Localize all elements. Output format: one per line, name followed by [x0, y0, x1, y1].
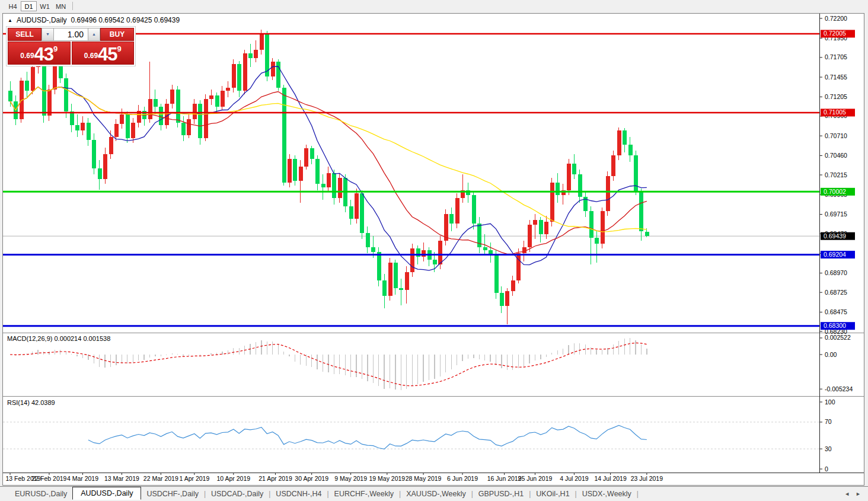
macd-histogram [10, 338, 647, 390]
chart-symbol-row: ▲ AUDUSD-,Daily 0.69496 0.69542 0.69425 … [8, 16, 180, 24]
svg-text:0.68725: 0.68725 [825, 289, 847, 296]
svg-text:0.00: 0.00 [825, 351, 837, 358]
svg-text:0.70215: 0.70215 [825, 171, 847, 178]
chart-window: 0.72200 0.71950 0.71705 0.71455 0.71205 … [2, 13, 864, 486]
svg-text:30: 30 [825, 445, 832, 452]
buy-price-main: 45 [98, 46, 117, 62]
chart-tab[interactable]: GBPUSD-,H1 [473, 488, 529, 500]
trading-terminal: H4 D1 W1 MN 0.72200 0.71950 0.71705 0.71… [0, 0, 868, 501]
volume-increase-button[interactable]: ▲ [88, 28, 100, 41]
svg-text:14 Jul 2019: 14 Jul 2019 [595, 475, 627, 482]
tab-scroll-arrows: ◄ ► [844, 491, 861, 497]
buy-price-pip: 9 [117, 44, 122, 53]
svg-text:16 Jun 2019: 16 Jun 2019 [487, 475, 522, 482]
pane-dividers[interactable] [3, 14, 864, 473]
svg-text:0.69204: 0.69204 [824, 251, 846, 258]
svg-text:0.69715: 0.69715 [825, 210, 847, 218]
svg-text:0.70710: 0.70710 [825, 132, 847, 139]
svg-text:0.002522: 0.002522 [825, 334, 851, 341]
rsi-axis: 100 70 30 0 [819, 398, 835, 473]
sell-price-button[interactable]: 0.69 43 9 [8, 42, 71, 65]
svg-text:22 Mar 2019: 22 Mar 2019 [143, 475, 178, 482]
one-click-toggle-icon[interactable]: ▲ [8, 18, 12, 23]
macd-signal-line [10, 343, 647, 385]
svg-text:0.72005: 0.72005 [824, 30, 846, 37]
sell-price-pip: 9 [53, 44, 58, 53]
svg-text:1 Apr 2019: 1 Apr 2019 [179, 475, 209, 482]
chart-tabs: EURUSD-,DailyAUDUSD-,DailyUSDCHF-,Daily|… [0, 487, 639, 501]
candles-layer[interactable] [8, 30, 649, 324]
svg-text:21 Apr 2019: 21 Apr 2019 [259, 475, 292, 482]
svg-text:22 Feb 2019: 22 Feb 2019 [31, 475, 66, 482]
svg-text:0.70460: 0.70460 [825, 152, 847, 159]
svg-text:0.68475: 0.68475 [825, 308, 847, 315]
rsi-indicator-label: RSI(14) 42.0389 [7, 399, 55, 406]
svg-text:0.71455: 0.71455 [825, 74, 847, 81]
svg-text:0.70002: 0.70002 [824, 188, 846, 195]
svg-text:0.72200: 0.72200 [825, 15, 847, 22]
macd-indicator-label: MACD(12,26,9) 0.000214 0.001538 [7, 335, 110, 342]
svg-text:10 Apr 2019: 10 Apr 2019 [216, 475, 250, 482]
sell-price-main: 43 [34, 46, 53, 62]
svg-text:0: 0 [825, 465, 828, 473]
chart-tab[interactable]: USDCNH-,H4 [270, 488, 327, 500]
price-chart-canvas[interactable]: 0.72200 0.71950 0.71705 0.71455 0.71205 … [3, 14, 864, 485]
svg-text:9 May 2019: 9 May 2019 [334, 475, 367, 482]
chart-tab[interactable]: XAUUSD-,Weekly [401, 488, 471, 500]
tab-scroll-right-icon[interactable]: ► [856, 491, 861, 497]
volume-input[interactable] [54, 28, 88, 41]
toolbar-separator [72, 2, 73, 10]
buy-button[interactable]: BUY [100, 28, 134, 41]
timeframe-toolbar: H4 D1 W1 MN [0, 0, 868, 12]
svg-text:0.71705: 0.71705 [825, 53, 847, 60]
macd-axis: 0.002522 0.00 -0.005234 [819, 334, 853, 392]
buy-price-prefix: 0.69 [84, 52, 98, 60]
chart-tab[interactable]: UKOil-,H1 [531, 488, 575, 500]
timeframe-button-mn[interactable]: MN [53, 1, 69, 11]
volume-decrease-button[interactable]: ▼ [42, 28, 54, 41]
ohlc-values: 0.69496 0.69542 0.69425 0.69439 [71, 16, 180, 24]
svg-text:19 May 2019: 19 May 2019 [369, 475, 405, 482]
date-axis[interactable]: 13 Feb 2019 22 Feb 2019 4 Mar 2019 13 Ma… [6, 473, 663, 482]
rsi-line [88, 425, 647, 449]
timeframe-button-d1[interactable]: D1 [21, 1, 37, 11]
chart-tab[interactable]: USDX-,Weekly [577, 488, 637, 500]
svg-text:23 Jul 2019: 23 Jul 2019 [631, 475, 663, 482]
svg-text:25 Jun 2019: 25 Jun 2019 [518, 475, 553, 482]
svg-text:0.69439: 0.69439 [824, 232, 846, 240]
svg-text:13 Mar 2019: 13 Mar 2019 [104, 475, 139, 482]
tab-scroll-left-icon[interactable]: ◄ [844, 491, 850, 497]
svg-text:4 Jul 2019: 4 Jul 2019 [560, 475, 589, 482]
sell-button[interactable]: SELL [8, 28, 42, 41]
sell-price-prefix: 0.69 [20, 52, 34, 60]
svg-text:70: 70 [825, 418, 832, 425]
tab-separator: | [637, 490, 639, 498]
chart-tab[interactable]: EURUSD-,Daily [9, 488, 72, 500]
svg-text:28 May 2019: 28 May 2019 [406, 475, 442, 482]
buy-price-button[interactable]: 0.69 45 9 [72, 42, 135, 65]
svg-text:0.71205: 0.71205 [825, 93, 847, 100]
svg-text:0.68300: 0.68300 [824, 322, 846, 329]
timeframe-button-w1[interactable]: W1 [37, 1, 53, 11]
svg-text:6 Jun 2019: 6 Jun 2019 [447, 475, 478, 482]
timeframe-button-h4[interactable]: H4 [5, 1, 21, 11]
svg-text:100: 100 [825, 398, 835, 406]
symbol-label: AUDUSD-,Daily [17, 16, 67, 24]
svg-text:0.71005: 0.71005 [824, 109, 846, 116]
chart-tabs-bar: EURUSD-,DailyAUDUSD-,DailyUSDCHF-,Daily|… [0, 486, 868, 501]
svg-text:0.68970: 0.68970 [825, 269, 847, 276]
chart-tab[interactable]: USDCHF-,Daily [141, 488, 204, 500]
svg-text:30 Apr 2019: 30 Apr 2019 [295, 475, 328, 482]
one-click-trading-panel: SELL ▼ ▲ BUY 0.69 43 9 0.69 45 9 [6, 26, 136, 66]
chart-tab[interactable]: USDCAD-,Daily [206, 488, 269, 500]
svg-text:4 Mar 2019: 4 Mar 2019 [67, 475, 98, 482]
svg-text:-0.005234: -0.005234 [825, 385, 853, 392]
chart-tab[interactable]: AUDUSD-,Daily [72, 487, 141, 500]
price-axis[interactable]: 0.72200 0.71950 0.71705 0.71455 0.71205 … [819, 15, 847, 335]
chart-tab[interactable]: EURCHF-,Weekly [329, 488, 399, 500]
